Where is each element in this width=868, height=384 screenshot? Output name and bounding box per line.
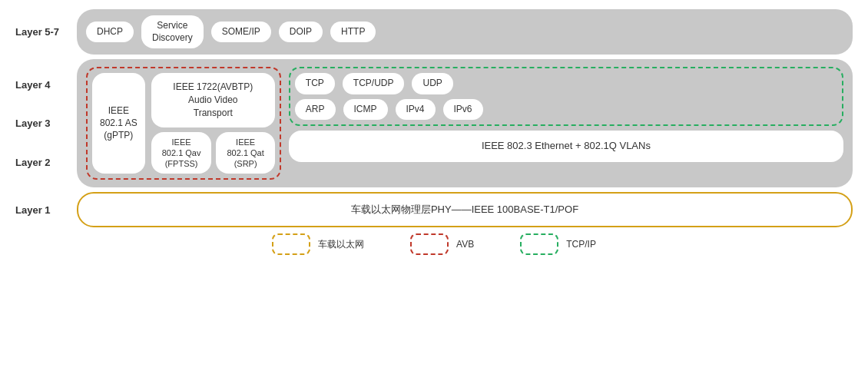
arp-pill: ARP <box>295 99 336 121</box>
layers234-band: IEEE 802.1 AS (gPTP) IEEE 1722(AVBTP) Au… <box>77 59 853 187</box>
layer1-row: Layer 1 车载以太网物理层PHY——IEEE 100BASE-T1/POF <box>15 192 853 227</box>
avb-box: IEEE 802.1 AS (gPTP) IEEE 1722(AVBTP) Au… <box>86 67 281 180</box>
ieee8021qat-pill: IEEE 802.1 Qat (SRP) <box>216 132 274 174</box>
legend-red-box <box>410 233 449 255</box>
layers234-wrapper: Layer 4 Layer 3 Layer 2 IEEE 802.1 AS (g… <box>15 59 853 187</box>
http-pill: HTTP <box>330 22 376 43</box>
legend-tcpip: TCP/IP <box>520 233 596 255</box>
ieee8021as-pill: IEEE 802.1 AS (gPTP) <box>92 73 145 174</box>
udp-pill: UDP <box>412 73 452 94</box>
legend-yellow-box <box>272 233 310 255</box>
ethernet-pill: IEEE 802.3 Ethernet + 802.1Q VLANs <box>289 131 843 162</box>
layer57-row: Layer 5-7 DHCP Service Discovery SOME/IP… <box>15 9 853 55</box>
icmp-pill: ICMP <box>343 99 388 121</box>
tcpudp-pill: TCP/UDP <box>343 73 405 94</box>
layer-labels-col: Layer 4 Layer 3 Layer 2 <box>15 59 77 187</box>
layer2-label: Layer 2 <box>15 143 77 181</box>
legend: 车载以太网 AVB TCP/IP <box>15 233 853 258</box>
dhcp-pill: DHCP <box>86 22 134 43</box>
legend-green-box <box>520 233 558 255</box>
ipv6-pill: IPv6 <box>443 99 483 121</box>
legend-vehicle-ethernet-label: 车载以太网 <box>318 238 364 251</box>
legend-avb: AVB <box>410 233 474 255</box>
ipv4-pill: IPv4 <box>396 99 436 121</box>
network-diagram: Layer 5-7 DHCP Service Discovery SOME/IP… <box>0 0 868 264</box>
layer3-label: Layer 3 <box>15 104 77 143</box>
layer4-tcpip-row: TCP TCP/UDP UDP <box>295 73 837 94</box>
layer57-band: DHCP Service Discovery SOME/IP DOIP HTTP <box>77 9 853 55</box>
tcpip-box: TCP TCP/UDP UDP ARP ICMP IPv4 IPv6 <box>289 67 843 126</box>
layer1-label: Layer 1 <box>15 204 77 216</box>
legend-avb-label: AVB <box>456 239 474 250</box>
someip-pill: SOME/IP <box>211 22 271 43</box>
avbtp-pill: IEEE 1722(AVBTP) Audio Video Transport <box>151 73 275 127</box>
layer57-label: Layer 5-7 <box>15 26 77 38</box>
ieee8021qav-pill: IEEE 802.1 Qav (FPTSS) <box>151 132 212 174</box>
doip-pill: DOIP <box>279 22 323 43</box>
layer4-label: Layer 4 <box>15 65 77 104</box>
layer3-tcpip-row: ARP ICMP IPv4 IPv6 <box>295 99 837 121</box>
tcp-pill: TCP <box>295 73 335 94</box>
legend-vehicle-ethernet: 车载以太网 <box>272 233 364 255</box>
legend-tcpip-label: TCP/IP <box>566 239 596 250</box>
layer1-band: 车载以太网物理层PHY——IEEE 100BASE-T1/POF <box>77 192 853 227</box>
service-discovery-pill: Service Discovery <box>141 15 204 48</box>
